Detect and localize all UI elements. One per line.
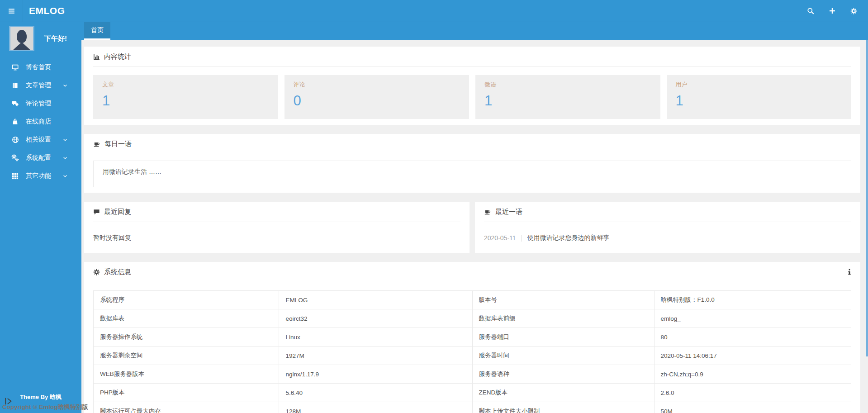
table-cell: 脚本运行可占最大内存 [94,402,279,413]
table-row: 系统程序 EMLOG 版本号 晗枫特别版：F1.0.0 [94,291,851,309]
table-cell: zh-CN,zh;q=0.9 [654,365,851,384]
table-row: 服务器剩余空间 1927M 服务器时间 2020-05-11 14:06:17 [94,347,851,365]
daily-quote-text: 用微语记录生活 …… [93,161,851,187]
sidebar-item-label: 评论管理 [26,100,51,108]
daily-quote-panel: 每日一语 用微语记录生活 …… [84,134,860,193]
sidebar-item-comment-management[interactable]: 评论管理 [0,95,81,113]
stat-value: 1 [676,93,843,109]
globe-icon [11,136,19,143]
avatar-silhouette [17,30,27,43]
topbar-actions [807,7,868,14]
search-icon[interactable] [807,7,814,14]
table-cell: WEB服务器版本 [94,365,279,384]
table-cell: emlog_ [654,309,851,328]
table-cell: 版本号 [472,291,654,309]
stat-value: 0 [294,93,460,109]
system-info-header: 系统信息 [93,262,851,282]
table-cell: 50M [654,402,851,413]
panel-title: 系统信息 [104,268,131,276]
recent-replies-panel: 最近回复 暂时没有回复 [84,202,470,253]
table-cell: 2.6.0 [654,384,851,402]
sidebar-item-online-store[interactable]: 在线商店 [0,113,81,131]
stat-articles[interactable]: 文章 1 [93,75,278,119]
gear-icon[interactable] [850,8,857,14]
vertical-divider [522,235,522,242]
daily-quote-body: 用微语记录生活 …… [84,154,860,193]
sidebar-item-label: 在线商店 [26,118,51,126]
table-cell: nginx/1.17.9 [279,365,472,384]
table-cell: 脚本上传文件大小限制 [472,402,654,413]
stat-label: 评论 [294,81,460,89]
sidebar-item-label: 博客首页 [26,63,51,71]
sidebar: 下午好! 博客首页 文章管理 评论管理 [0,22,81,413]
tab-strip: 首页 [81,22,868,40]
table-cell: 80 [654,328,851,347]
avatar[interactable] [9,26,34,51]
chevron-down-icon [62,173,68,179]
sidebar-item-label: 文章管理 [26,81,51,90]
stat-users[interactable]: 用户 1 [667,75,852,119]
table-cell: 数据库表 [94,309,279,328]
monitor-icon [11,64,19,71]
panel-title: 最近一语 [495,208,522,216]
chevron-down-icon [62,137,68,142]
chevron-down-icon [62,155,68,161]
panel-title: 最近回复 [104,208,131,216]
comment-icon [93,209,100,215]
table-cell: 晗枫特别版：F1.0.0 [654,291,851,309]
stat-label: 文章 [102,81,269,89]
recent-replies-empty: 暂时没有回复 [84,222,470,253]
content-stats-header: 内容统计 [93,47,851,67]
table-cell: 5.6.40 [279,384,472,402]
tab-home[interactable]: 首页 [84,22,110,40]
sidebar-item-other-functions[interactable]: 其它功能 [0,167,81,185]
table-row: 数据库表 eoirct32 数据库表前缀 emlog_ [94,309,851,328]
stat-microblogs[interactable]: 微语 1 [475,75,660,119]
sidebar-item-article-management[interactable]: 文章管理 [0,76,81,95]
two-column-row: 最近回复 暂时没有回复 最近一语 2020-05-11 使用微语记录您身边的新鲜… [84,202,860,262]
sidebar-item-related-settings[interactable]: 相关设置 [0,131,81,149]
panel-title: 每日一语 [104,140,132,148]
bar-chart-icon [93,53,100,60]
sidebar-item-system-config[interactable]: 系统配置 [0,149,81,167]
note-text[interactable]: 使用微语记录您身边的新鲜事 [527,234,610,242]
table-cell: 系统程序 [94,291,279,309]
table-cell: 服务器端口 [472,328,654,347]
add-icon[interactable] [829,7,836,14]
sidebar-item-label: 系统配置 [26,154,51,162]
table-cell: ZEND版本 [472,384,654,402]
scrollbar-thumb[interactable] [866,40,868,356]
stats-row: 文章 1 评论 0 微语 1 用户 1 [84,67,860,125]
shopping-bag-icon [11,118,19,125]
hamburger-menu-icon[interactable] [0,0,23,22]
recent-note-panel: 最近一语 2020-05-11 使用微语记录您身边的新鲜事 [475,202,860,253]
info-icon[interactable] [848,269,851,275]
table-cell: 服务器操作系统 [94,328,279,347]
sidebar-menu: 博客首页 文章管理 评论管理 在线商店 相 [0,58,81,185]
grid-icon [11,173,19,180]
coffee-icon [484,209,491,215]
table-row: WEB服务器版本 nginx/1.17.9 服务器语种 zh-CN,zh;q=0… [94,365,851,384]
recent-note-row: 2020-05-11 使用微语记录您身边的新鲜事 [475,222,860,253]
chevron-down-icon [62,83,68,88]
stat-label: 微语 [484,81,651,89]
system-info-panel: 系统信息 系统程序 EMLOG 版本号 晗枫特别版：F1.0.0 数据库表 [84,262,860,413]
table-cell: eoirct32 [279,309,472,328]
profile-block: 下午好! [0,22,81,51]
gears-icon [11,154,19,161]
table-cell: 2020-05-11 14:06:17 [654,347,851,365]
table-cell: 服务器剩余空间 [94,347,279,365]
system-info-table: 系统程序 EMLOG 版本号 晗枫特别版：F1.0.0 数据库表 eoirct3… [93,290,851,413]
coffee-icon [93,141,100,147]
sidebar-item-blog-home[interactable]: 博客首页 [0,58,81,76]
book-icon [11,82,19,89]
table-cell: Linux [279,328,472,347]
stat-value: 1 [102,93,269,109]
stat-comments[interactable]: 评论 0 [285,75,470,119]
avatar-silhouette-shoulders [12,42,32,51]
greeting-text: 下午好! [44,34,67,43]
sidebar-collapse-handle[interactable] [4,397,13,406]
top-bar: EMLOG [0,0,868,22]
table-row: 脚本运行可占最大内存 128M 脚本上传文件大小限制 50M [94,402,851,413]
comments-icon [11,100,19,107]
